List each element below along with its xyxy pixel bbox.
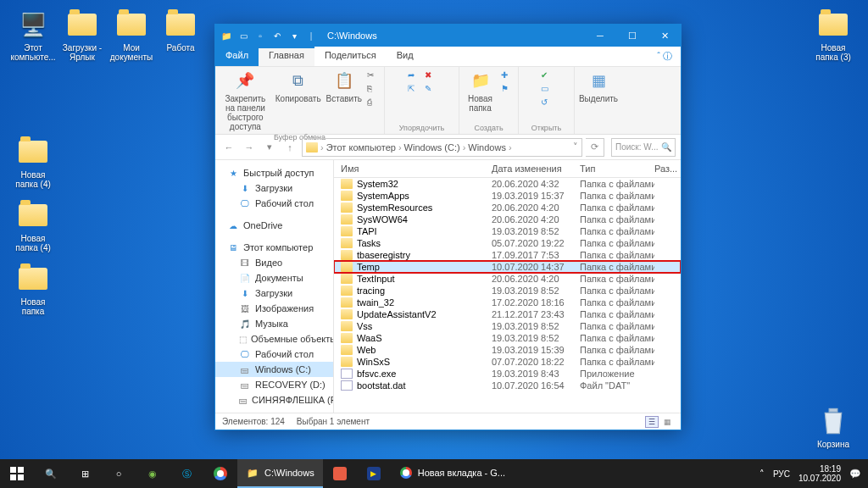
table-row[interactable]: WinSxS07.07.2020 18:22Папка с файлами: [334, 356, 681, 368]
ribbon-moveto[interactable]: ➦: [408, 70, 420, 82]
task-view-button[interactable]: ⊞: [68, 459, 102, 488]
desktop-icon-downloads-shortcut[interactable]: Загрузки - Ярлык: [58, 8, 107, 62]
column-name[interactable]: Имя: [334, 164, 492, 174]
nav-downloads2[interactable]: ⬇Загрузки: [215, 286, 333, 301]
column-type[interactable]: Тип: [580, 164, 654, 174]
tray-language[interactable]: РУС: [773, 469, 790, 479]
desktop-icon-new-folder-3[interactable]: Новая папка (3): [809, 8, 858, 62]
table-row[interactable]: bfsvc.exe19.03.2019 8:43Приложение: [334, 368, 681, 380]
table-row[interactable]: SystemApps19.03.2019 15:37Папка с файлам…: [334, 190, 681, 202]
ribbon-paste-shortcut[interactable]: ⎙: [367, 97, 379, 109]
desktop-icon-new-folder[interactable]: Новая папка: [8, 263, 58, 316]
column-date[interactable]: Дата изменения: [492, 164, 580, 174]
ribbon-select[interactable]: ▦ Выделить: [579, 70, 618, 103]
table-row[interactable]: Temp10.07.2020 14:37Папка с файлами: [334, 261, 681, 273]
ribbon-easy-access[interactable]: ⚑: [501, 84, 513, 96]
tab-file[interactable]: Файл: [215, 47, 259, 66]
ribbon-new-folder[interactable]: 📁 Новая папка: [465, 70, 496, 113]
nav-recent-dropdown[interactable]: ▾: [261, 139, 278, 156]
nav-onedrive[interactable]: ☁OneDrive: [215, 218, 333, 233]
column-headers[interactable]: Имя Дата изменения Тип Раз...: [334, 160, 681, 178]
desktop-icon-recycle-bin[interactable]: Корзина: [809, 405, 858, 449]
table-row[interactable]: bootstat.dat10.07.2020 16:54Файл "DAT": [334, 380, 681, 391]
taskbar-utorrent[interactable]: ◉: [136, 459, 170, 488]
table-row[interactable]: SysWOW6420.06.2020 4:20Папка с файлами: [334, 214, 681, 225]
table-row[interactable]: UpdateAssistantV221.12.2017 23:43Папка с…: [334, 308, 681, 320]
ribbon-delete[interactable]: ✖: [425, 70, 437, 82]
nav-pictures[interactable]: 🖼Изображения: [215, 301, 333, 316]
column-size[interactable]: Раз...: [654, 164, 681, 174]
tab-home[interactable]: Главная: [259, 47, 314, 66]
cortana-button[interactable]: ○: [102, 459, 136, 488]
nav-desktop2[interactable]: 🖵Рабочий стол: [215, 347, 333, 362]
tab-view[interactable]: Вид: [387, 47, 424, 66]
ribbon-open[interactable]: ▭: [541, 84, 553, 96]
ribbon-rename[interactable]: ✎: [425, 84, 437, 96]
nav-recovery-d[interactable]: 🖴RECOVERY (D:): [215, 377, 333, 392]
taskbar-chrome[interactable]: [203, 459, 237, 488]
ribbon-cut[interactable]: ✂: [367, 70, 379, 82]
search-input[interactable]: Поиск: W... 🔍: [611, 138, 676, 157]
desktop-icon-work[interactable]: Работа: [156, 8, 205, 53]
taskbar-skype[interactable]: Ⓢ: [170, 459, 203, 488]
breadcrumb-item[interactable]: Windows: [468, 142, 506, 152]
nav-music[interactable]: 🎵Музыка: [215, 316, 333, 331]
search-button[interactable]: 🔍: [34, 459, 68, 488]
nav-back-button[interactable]: ←: [220, 139, 237, 156]
close-button[interactable]: ✕: [648, 25, 681, 47]
nav-usb-f[interactable]: 🖴СИНЯЯФЛЕШКА (F:): [215, 392, 333, 408]
taskbar-app2[interactable]: ▶: [357, 459, 391, 488]
taskbar-app1[interactable]: [323, 459, 357, 488]
refresh-button[interactable]: ⟳: [586, 138, 604, 157]
desktop-icon-this-pc[interactable]: 🖥️ Этот компьюте...: [8, 8, 58, 62]
table-row[interactable]: System3220.06.2020 4:32Папка с файлами: [334, 178, 681, 190]
tab-share[interactable]: Поделиться: [314, 47, 387, 66]
desktop-icon-my-documents[interactable]: Мои документы: [107, 8, 156, 62]
table-row[interactable]: tracing19.03.2019 8:52Папка с файлами: [334, 285, 681, 297]
ribbon-copypath[interactable]: ⎘: [367, 84, 379, 96]
nav-desktop[interactable]: 🖵Рабочий стол: [215, 196, 333, 211]
table-row[interactable]: SystemResources20.06.2020 4:20Папка с фа…: [334, 202, 681, 214]
table-row[interactable]: Web19.03.2019 15:39Папка с файлами: [334, 344, 681, 356]
nav-this-pc[interactable]: 🖥Этот компьютер: [215, 240, 333, 255]
ribbon-paste[interactable]: 📋 Вставить: [326, 70, 362, 103]
nav-3d-objects[interactable]: ⬚Объемные объекты: [215, 331, 333, 347]
file-list[interactable]: System3220.06.2020 4:32Папка с файламиSy…: [334, 178, 681, 413]
ribbon-help-icon[interactable]: ˆ ⓘ: [648, 47, 681, 66]
titlebar[interactable]: 📁 ▭ ▫ ↶ ▾ | C:\Windows ─ ☐ ✕: [215, 25, 681, 47]
qat-dropdown-icon[interactable]: ▾: [288, 30, 300, 42]
nav-documents[interactable]: 📄Документы: [215, 270, 333, 286]
nav-downloads[interactable]: ⬇Загрузки: [215, 180, 333, 196]
nav-forward-button[interactable]: →: [241, 139, 258, 156]
table-row[interactable]: twain_3217.02.2020 18:16Папка с файлами: [334, 297, 681, 308]
table-row[interactable]: Tasks05.07.2020 19:22Папка с файлами: [334, 237, 681, 249]
nav-video[interactable]: 🎞Видео: [215, 255, 333, 270]
minimize-button[interactable]: ─: [584, 25, 616, 47]
breadcrumb-item[interactable]: Этот компьютер: [326, 142, 396, 152]
table-row[interactable]: WaaS19.03.2019 8:52Папка с файлами: [334, 332, 681, 344]
taskbar-item-chrome[interactable]: Новая вкладка - G...: [391, 459, 514, 488]
ribbon-copy[interactable]: ⧉ Копировать: [275, 70, 321, 103]
breadcrumb-item[interactable]: Windows (C:): [404, 142, 460, 152]
tray-clock[interactable]: 18:19 10.07.2020: [798, 464, 841, 483]
tray-show-hidden-icon[interactable]: ˄: [760, 469, 765, 480]
ribbon-copyto[interactable]: ⇱: [408, 84, 420, 96]
breadcrumb-dropdown-icon[interactable]: ˅: [573, 141, 578, 152]
table-row[interactable]: Vss19.03.2019 8:52Папка с файлами: [334, 320, 681, 332]
taskbar[interactable]: 🔍 ⊞ ○ ◉ Ⓢ 📁 C:\Windows ▶ Новая вкладка -…: [0, 459, 868, 488]
maximize-button[interactable]: ☐: [616, 25, 648, 47]
desktop-icon-new-folder-4a[interactable]: Новая папка (4): [8, 136, 58, 189]
ribbon-new-item[interactable]: ✚: [501, 70, 513, 82]
view-details-button[interactable]: ☰: [645, 416, 659, 428]
view-icons-button[interactable]: ▦: [660, 416, 674, 428]
breadcrumb[interactable]: › Этот компьютер › Windows (C:) › Window…: [302, 138, 582, 157]
ribbon-history[interactable]: ↺: [541, 97, 553, 109]
tray-notifications-icon[interactable]: 💬: [849, 469, 861, 480]
ribbon-properties[interactable]: ✔: [541, 70, 553, 82]
nav-up-button[interactable]: ↑: [281, 139, 298, 156]
taskbar-item-explorer[interactable]: 📁 C:\Windows: [237, 459, 323, 488]
qat-newfolder-icon[interactable]: ▫: [254, 30, 266, 42]
table-row[interactable]: tbaseregistry17.09.2017 7:53Папка с файл…: [334, 249, 681, 261]
table-row[interactable]: TAPI19.03.2019 8:52Папка с файлами: [334, 225, 681, 237]
table-row[interactable]: TextInput20.06.2020 4:20Папка с файлами: [334, 273, 681, 285]
